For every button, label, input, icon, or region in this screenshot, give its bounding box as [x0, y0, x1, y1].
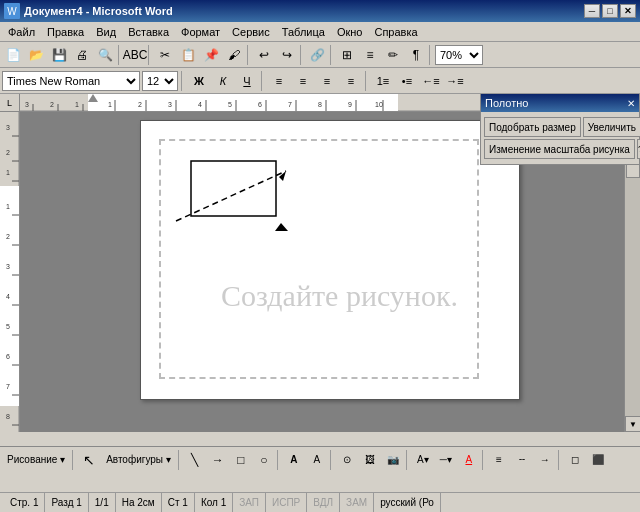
wordart-button[interactable]: A [306, 449, 328, 471]
align-justify-button[interactable]: ≡ [340, 70, 362, 92]
svg-text:6: 6 [6, 353, 10, 360]
maximize-button[interactable]: □ [602, 4, 618, 18]
sep5 [330, 45, 334, 65]
draw-sep7 [558, 450, 562, 470]
fmt-sep1 [181, 71, 185, 91]
autoshapes-button[interactable]: Автофигуры ▾ [101, 449, 176, 471]
svg-marker-58 [275, 223, 288, 231]
menu-window[interactable]: Окно [331, 22, 369, 41]
new-button[interactable]: 📄 [2, 44, 24, 66]
svg-text:6: 6 [258, 101, 262, 108]
line-button[interactable]: ╲ [184, 449, 206, 471]
format-painter-button[interactable]: 🖌 [223, 44, 245, 66]
columns-button[interactable]: ≡ [359, 44, 381, 66]
minimize-button[interactable]: ─ [584, 4, 600, 18]
ruler-v-body: 3 2 1 1 2 3 4 5 6 7 [0, 112, 20, 432]
menu-file[interactable]: Файл [2, 22, 41, 41]
dash-style-button[interactable]: ╌ [511, 449, 533, 471]
menu-bar: Файл Правка Вид Вставка Формат Сервис Та… [0, 22, 640, 42]
menu-table[interactable]: Таблица [276, 22, 331, 41]
scroll-track-v [625, 128, 640, 416]
canvas-panel-close-button[interactable]: ✕ [627, 98, 635, 109]
cursor-button[interactable]: ↖ [78, 449, 100, 471]
app-wrapper: W Документ4 - Microsoft Word ─ □ ✕ Файл … [0, 0, 640, 512]
font-color-button[interactable]: A [458, 449, 480, 471]
title-bar-text: Документ4 - Microsoft Word [24, 5, 173, 17]
fmt-sep2 [261, 71, 265, 91]
diagram-button[interactable]: ⊙ [336, 449, 358, 471]
print-button[interactable]: 🖨 [71, 44, 93, 66]
shadow-button[interactable]: ◻ [564, 449, 586, 471]
line-style-button[interactable]: ≡ [488, 449, 510, 471]
increase-indent-button[interactable]: →≡ [444, 70, 466, 92]
spell-button[interactable]: ABC [124, 44, 146, 66]
align-left-button[interactable]: ≡ [268, 70, 290, 92]
title-bar-left: W Документ4 - Microsoft Word [4, 3, 173, 19]
3d-button[interactable]: ⬛ [587, 449, 609, 471]
menu-insert[interactable]: Вставка [122, 22, 175, 41]
arrow-button[interactable]: → [207, 449, 229, 471]
svg-text:3: 3 [6, 263, 10, 270]
sep3 [247, 45, 251, 65]
drawing-toggle-button[interactable]: ✏ [382, 44, 404, 66]
picture-button[interactable]: 📷 [382, 449, 404, 471]
fill-color-button[interactable]: A▾ [412, 449, 434, 471]
canvas-panel-header: Полотно ✕ [481, 94, 639, 112]
scroll-down-button[interactable]: ▼ [625, 416, 640, 432]
close-button[interactable]: ✕ [620, 4, 636, 18]
arrow-style-button[interactable]: → [534, 449, 556, 471]
menu-format[interactable]: Формат [175, 22, 226, 41]
status-zam: ЗАМ [340, 493, 374, 512]
scale-hint-button[interactable]: Изменение масштаба рисунка [484, 139, 635, 159]
show-hide-button[interactable]: ¶ [405, 44, 427, 66]
bold-button[interactable]: Ж [188, 70, 210, 92]
menu-help[interactable]: Справка [368, 22, 423, 41]
font-name-select[interactable]: Times New Roman [2, 71, 140, 91]
zoom-canvas-button[interactable]: Увеличить [583, 117, 640, 137]
menu-tools[interactable]: Сервис [226, 22, 276, 41]
font-size-select[interactable]: 12 [142, 71, 178, 91]
underline-button[interactable]: Ч [236, 70, 258, 92]
ruler-corner: L [0, 94, 20, 112]
status-position: На 2см [116, 493, 162, 512]
redo-button[interactable]: ↪ [276, 44, 298, 66]
menu-view[interactable]: Вид [90, 22, 122, 41]
paste-button[interactable]: 📌 [200, 44, 222, 66]
svg-text:1: 1 [6, 169, 10, 176]
status-page-of: 1/1 [89, 493, 116, 512]
print-preview-button[interactable]: 🔍 [94, 44, 116, 66]
svg-text:2: 2 [50, 101, 54, 108]
page-background: Создайте рисунок. [20, 120, 640, 432]
document-page: Создайте рисунок. [140, 120, 520, 400]
status-bar: Стр. 1 Разд 1 1/1 На 2см Ст 1 Кол 1 ЗАП … [0, 492, 640, 512]
align-right-button[interactable]: ≡ [316, 70, 338, 92]
bullets-button[interactable]: •≡ [396, 70, 418, 92]
sep1 [118, 45, 122, 65]
decrease-indent-button[interactable]: ←≡ [420, 70, 442, 92]
drawing-toolbar: Рисование ▾ ↖ Автофигуры ▾ ╲ → □ ○ A A ⊙… [0, 446, 640, 472]
menu-edit[interactable]: Правка [41, 22, 90, 41]
undo-button[interactable]: ↩ [253, 44, 275, 66]
drawing-menu-button[interactable]: Рисование ▾ [2, 449, 70, 471]
textbox-button[interactable]: A [283, 449, 305, 471]
line-color-button[interactable]: ─▾ [435, 449, 457, 471]
copy-button[interactable]: 📋 [177, 44, 199, 66]
draw-sep6 [482, 450, 486, 470]
cut-button[interactable]: ✂ [154, 44, 176, 66]
save-button[interactable]: 💾 [48, 44, 70, 66]
tables-borders-button[interactable]: ⊞ [336, 44, 358, 66]
svg-text:7: 7 [6, 383, 10, 390]
svg-text:8: 8 [318, 101, 322, 108]
rectangle-button[interactable]: □ [230, 449, 252, 471]
canvas-panel-row1: Подобрать размер Увеличить [484, 117, 636, 137]
hyperlink-button[interactable]: 🔗 [306, 44, 328, 66]
ellipse-button[interactable]: ○ [253, 449, 275, 471]
numbering-button[interactable]: 1≡ [372, 70, 394, 92]
zoom-select[interactable]: 70% [435, 45, 483, 65]
align-center-button[interactable]: ≡ [292, 70, 314, 92]
clipart-button[interactable]: 🖼 [359, 449, 381, 471]
draw-sep2 [178, 450, 182, 470]
fit-size-button[interactable]: Подобрать размер [484, 117, 581, 137]
italic-button[interactable]: К [212, 70, 234, 92]
open-button[interactable]: 📂 [25, 44, 47, 66]
